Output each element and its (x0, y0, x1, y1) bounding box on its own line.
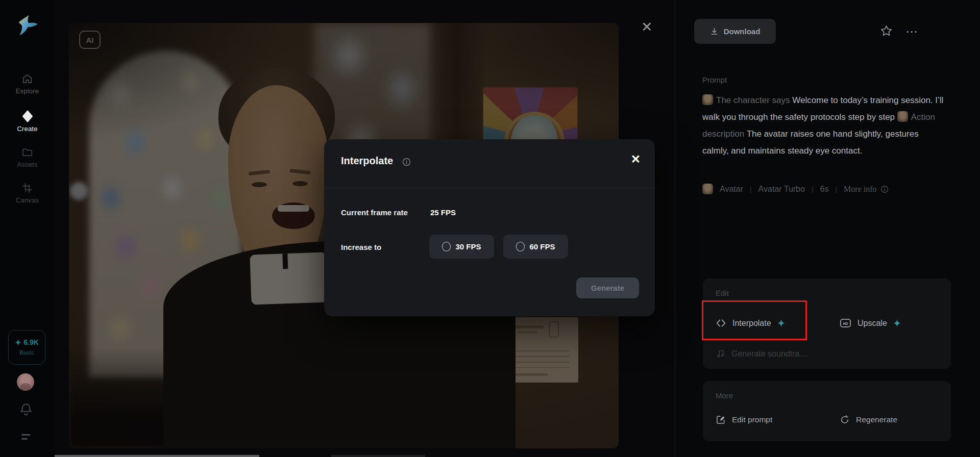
more-info-button[interactable]: More info (844, 185, 888, 194)
sidebar-item-canvas[interactable]: Canvas (0, 182, 55, 204)
meta-model: Avatar (720, 185, 743, 194)
modal-divider (324, 188, 655, 188)
edit-prompt-icon (716, 415, 726, 425)
more-options-button[interactable]: ⋯ (905, 26, 919, 38)
character-thumbnail (897, 111, 908, 122)
sidebar: Explore Create Assets Canvas 6.9K (0, 0, 55, 457)
music-note-icon (716, 349, 725, 359)
sidebar-item-assets[interactable]: Assets (0, 146, 55, 168)
increase-to-label: Increase to (341, 243, 381, 251)
more-card: More Edit prompt Regenerate (703, 381, 951, 441)
meta-engine: Avatar Turbo (758, 185, 805, 194)
prompt-label: Prompt (702, 75, 727, 84)
prompt-text: The character says Welcome to today’s tr… (702, 92, 946, 159)
credits-amount-text: 6.9K (23, 338, 39, 346)
generate-soundtrack-action: Generate soundtra… (716, 349, 807, 359)
hd-icon: HD (840, 318, 851, 328)
fps-option-60[interactable]: 60 FPS (503, 235, 568, 259)
regenerate-label: Regenerate (856, 415, 897, 424)
favorite-star-button[interactable] (880, 24, 893, 39)
generate-button[interactable]: Generate (576, 277, 639, 298)
sidebar-item-label: Assets (17, 161, 37, 168)
vidu-logo-icon (16, 14, 39, 37)
more-info-label: More info (844, 185, 876, 194)
fps-option-label: 30 FPS (455, 242, 481, 251)
upscale-action[interactable]: HD Upscale (840, 318, 901, 328)
interpolate-modal: Interpolate ✕ Current frame rate 25 FPS … (324, 139, 655, 316)
prompt-tag-speech: The character says (716, 95, 790, 105)
sidebar-item-label: Canvas (16, 196, 39, 204)
info-icon[interactable] (402, 158, 411, 168)
collapse-line (21, 438, 28, 440)
sidebar-item-label: Create (17, 125, 37, 133)
edit-card-title: Edit (716, 289, 729, 297)
meta-separator: | (812, 185, 814, 193)
sidebar-item-explore[interactable]: Explore (0, 73, 55, 95)
right-panel: Download ⋯ Prompt The character says Wel… (675, 0, 980, 457)
svg-text:HD: HD (843, 322, 848, 325)
collapse-line (21, 434, 30, 436)
vidu-logo[interactable] (16, 14, 39, 37)
home-icon (21, 73, 33, 85)
current-frame-rate-label: Current frame rate (341, 208, 408, 217)
plan-label: Basic (19, 348, 34, 357)
regenerate-action[interactable]: Regenerate (840, 415, 897, 425)
canvas-crop-icon (21, 182, 33, 194)
modal-title: Interpolate (341, 155, 393, 167)
upscale-label: Upscale (857, 319, 887, 328)
viewer-close-button[interactable]: ✕ (641, 20, 653, 34)
credits-amount: 6.9K (15, 338, 39, 346)
character-thumbnail (702, 184, 713, 194)
bell-icon (19, 402, 33, 417)
regenerate-icon (840, 415, 850, 425)
star-icon (880, 24, 893, 37)
diamond-icon (21, 110, 34, 122)
modal-close-button[interactable]: ✕ (631, 154, 641, 165)
download-icon (710, 27, 719, 36)
fps-option-30[interactable]: 30 FPS (429, 235, 494, 259)
generate-soundtrack-label: Generate soundtra… (731, 349, 807, 359)
meta-separator: | (835, 185, 837, 193)
sidebar-item-label: Explore (16, 87, 39, 95)
current-frame-rate-value: 25 FPS (430, 208, 456, 217)
character-thumbnail (702, 94, 713, 105)
user-avatar[interactable] (17, 373, 34, 391)
app-root: Explore Create Assets Canvas 6.9K (0, 0, 980, 457)
download-label: Download (724, 27, 761, 36)
sidebar-item-create[interactable]: Create (0, 110, 55, 133)
download-button[interactable]: Download (694, 19, 776, 44)
meta-row: Avatar | Avatar Turbo | 6s | More info (702, 184, 889, 194)
info-icon (880, 185, 889, 193)
folder-icon (21, 146, 33, 158)
radio-icon (516, 242, 525, 251)
meta-duration: 6s (820, 185, 829, 194)
modal-header: Interpolate ✕ (324, 139, 655, 188)
meta-separator: | (750, 185, 752, 193)
collapse-sidebar-button[interactable] (20, 433, 32, 440)
more-card-title: More (716, 391, 733, 400)
premium-sparkle-icon (893, 319, 901, 327)
radio-icon (442, 242, 451, 251)
credits-badge[interactable]: 6.9K Basic (8, 330, 45, 365)
edit-prompt-label: Edit prompt (732, 415, 772, 424)
notifications-bell-button[interactable] (19, 402, 33, 419)
fps-option-label: 60 FPS (529, 242, 555, 251)
sparkle-icon (15, 339, 21, 346)
annotation-red-box (702, 300, 807, 340)
edit-prompt-action[interactable]: Edit prompt (716, 415, 772, 425)
